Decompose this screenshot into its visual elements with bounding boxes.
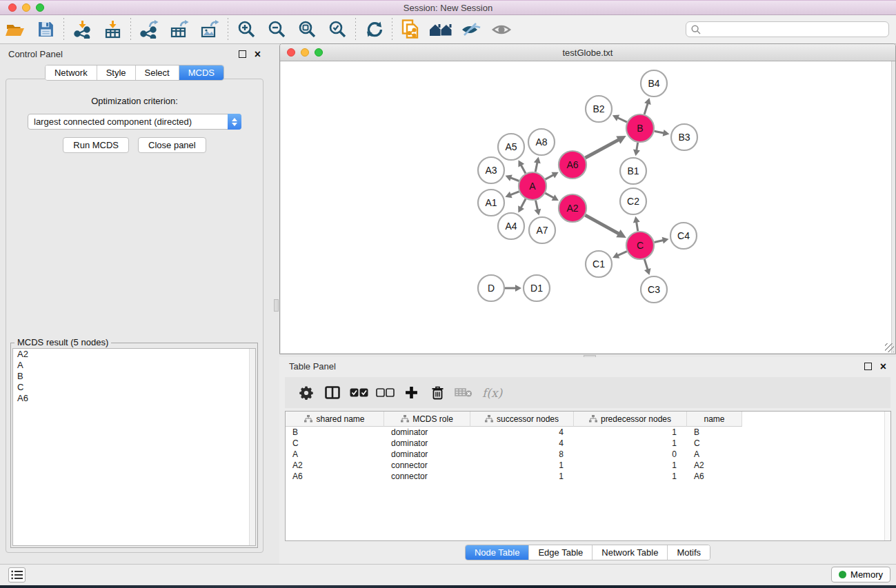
graph-edge-A6-B[interactable] [585,139,619,158]
table-cell: dominator [384,427,470,438]
graph-edge-arrowhead [663,130,670,136]
graph-edge-A-A4[interactable] [521,199,526,209]
graph-edge-arrowhead [662,237,669,244]
criterion-select[interactable]: largest connected component (directed) [28,114,241,130]
delete-column-button[interactable] [426,381,449,405]
float-panel-icon[interactable] [239,50,246,58]
graph-edge-C-C4[interactable] [654,240,664,242]
import-network-button[interactable] [67,17,97,43]
tab-mcds[interactable]: MCDS [179,65,223,80]
table-cell: A2 [286,460,384,471]
table-row[interactable]: A6connector11A6 [286,471,890,482]
open-session-button[interactable] [0,17,30,43]
column-header-shared-name[interactable]: shared name [286,412,384,427]
optimization-criterion-label: Optimization criterion: [6,96,263,106]
save-session-button[interactable] [30,17,61,43]
graph-edge-C-C2[interactable] [636,221,637,232]
network-zoom-button[interactable] [315,48,323,57]
graph-node-label: C2 [627,196,639,207]
graph-node-label: A5 [505,141,517,152]
zoom-out-button[interactable] [261,17,292,43]
run-mcds-button[interactable]: Run MCDS [63,137,129,153]
tab-node-table[interactable]: Node Table [466,545,530,560]
tab-network[interactable]: Network [46,65,97,80]
close-panel-icon[interactable] [255,50,261,58]
graph-edge-A-A5[interactable] [521,164,526,173]
export-table-button[interactable] [164,17,195,43]
delete-table-button[interactable] [452,381,475,405]
tab-select[interactable]: Select [136,65,179,80]
mcds-result-item[interactable]: C [13,382,255,393]
close-table-panel-icon[interactable] [880,363,886,370]
tab-network-table[interactable]: Network Table [593,545,668,560]
column-header-successor-nodes[interactable]: successor nodes [470,412,574,427]
network-close-button[interactable] [287,48,295,57]
memory-button[interactable]: Memory [831,567,890,582]
graph-node-label: A4 [505,221,517,232]
mcds-result-item[interactable]: B [13,371,255,382]
plus-icon [405,386,418,399]
mcds-result-item[interactable]: A2 [13,349,255,360]
column-header-MCDS-role[interactable]: MCDS role [384,412,470,427]
splitpane-grip-vertical[interactable] [274,299,279,312]
table-scrollbar[interactable] [884,412,890,540]
import-table-button[interactable] [97,17,128,43]
zoom-fit-button[interactable] [292,17,322,43]
search-input[interactable] [704,23,888,36]
graph-edge-A-A6[interactable] [546,174,555,179]
column-header-name[interactable]: name [687,412,742,427]
graph-edge-A-A1[interactable] [510,192,519,195]
graph-edge-B-B4[interactable] [644,103,648,114]
tab-style[interactable]: Style [97,65,136,80]
graph-edge-A-A7[interactable] [535,201,537,211]
result-scrollbar[interactable] [249,349,255,545]
graph-edge-B-B3[interactable] [655,131,665,133]
task-history-button[interactable] [8,567,26,582]
main-toolbar [0,15,896,44]
export-network-button[interactable] [134,17,164,43]
network-canvas[interactable]: B4B2BB3A8A5A6A3B1AC2A1A2A4A7C4CC1C3DD1 [281,61,892,353]
graph-edge-B-B2[interactable] [617,117,627,122]
graph-edge-A-A3[interactable] [510,177,519,181]
first-neighbors-button[interactable] [426,17,456,43]
table-row[interactable]: Cdominator41C [286,438,890,449]
table-row[interactable]: Bdominator41B [286,427,890,438]
deselect-all-columns-button[interactable] [373,381,397,405]
zoom-selected-button[interactable] [322,17,352,43]
table-row[interactable]: A2connector11A2 [286,460,890,471]
mcds-result-item[interactable]: A [13,360,255,371]
show-all-button[interactable] [486,17,517,43]
column-header-predecessor-nodes[interactable]: predecessor nodes [574,412,687,427]
graph-edge-C-C1[interactable] [617,252,626,256]
resize-corner-icon[interactable] [885,343,894,352]
export-image-button[interactable] [195,17,225,43]
graph-edge-C-C3[interactable] [644,259,648,270]
tab-motifs[interactable]: Motifs [668,545,710,560]
graph-node-label: A6 [566,159,578,170]
new-network-from-selection-button[interactable] [395,17,426,43]
graph-edge-A-A2[interactable] [545,193,554,198]
function-builder-button[interactable]: f(x) [478,381,506,405]
network-minimize-button[interactable] [301,48,309,57]
select-all-columns-button[interactable] [347,381,370,405]
mcds-result-item[interactable]: A6 [13,393,255,404]
graph-edge-A2-C[interactable] [585,215,619,234]
float-table-panel-icon[interactable] [864,363,872,370]
network-window-title: testGlobe.txt [280,48,895,58]
table-panel-title: Table Panel [289,361,864,372]
refresh-view-button[interactable] [359,17,389,43]
mcds-panel: Optimization criterion: largest connecte… [6,79,263,553]
table-cell: B [687,427,742,438]
show-hide-columns-button[interactable] [321,381,344,405]
fx-icon: f(x) [482,386,502,400]
close-panel-button[interactable]: Close panel [138,137,206,153]
hide-selected-button[interactable] [456,17,486,43]
table-options-button[interactable] [295,381,318,405]
table-row[interactable]: Adominator80A [286,449,890,460]
graph-node-label: A7 [536,225,548,236]
create-column-button[interactable] [399,381,423,405]
tab-edge-table[interactable]: Edge Table [529,545,593,560]
zoom-out-icon [268,20,286,39]
graph-edge-A-A8[interactable] [535,161,537,172]
zoom-in-button[interactable] [231,17,261,43]
